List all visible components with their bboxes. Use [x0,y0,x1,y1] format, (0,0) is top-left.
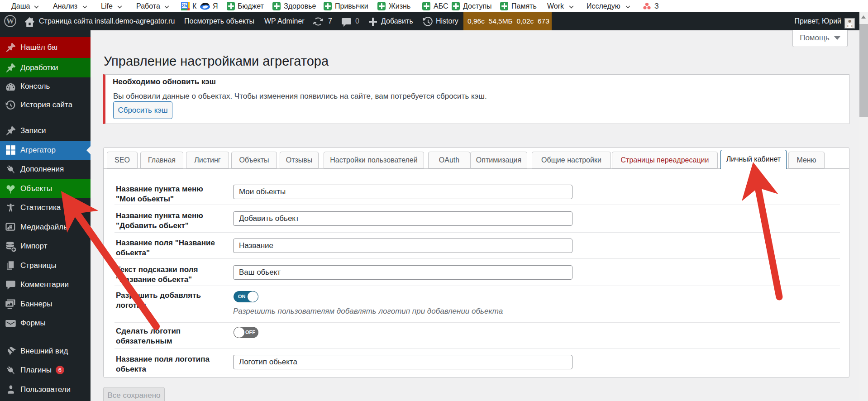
svg-text:W: W [6,17,14,25]
svg-text:25: 25 [182,3,187,8]
